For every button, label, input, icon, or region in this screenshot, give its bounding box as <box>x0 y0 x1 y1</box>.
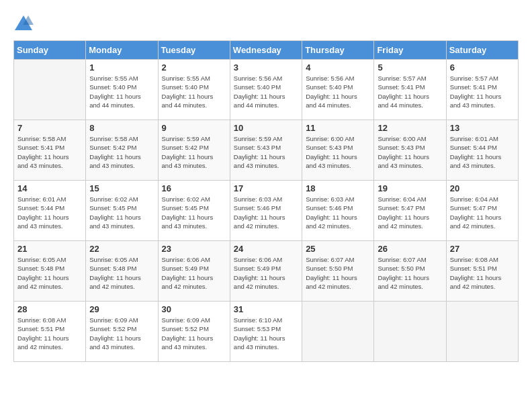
day-number: 7 <box>17 123 82 133</box>
day-number: 6 <box>450 62 515 73</box>
day-info: Sunrise: 6:04 AM Sunset: 5:47 PM Dayligh… <box>450 195 515 230</box>
day-info: Sunrise: 5:55 AM Sunset: 5:40 PM Dayligh… <box>162 74 226 109</box>
calendar-cell: 19Sunrise: 6:04 AM Sunset: 5:47 PM Dayli… <box>374 181 446 241</box>
day-number: 21 <box>17 244 82 254</box>
day-header-wednesday: Wednesday <box>230 41 302 60</box>
day-number: 20 <box>450 183 515 193</box>
week-row-1: 7Sunrise: 5:58 AM Sunset: 5:41 PM Daylig… <box>14 120 519 181</box>
calendar-cell: 7Sunrise: 5:58 AM Sunset: 5:41 PM Daylig… <box>14 120 86 181</box>
day-info: Sunrise: 6:09 AM Sunset: 5:52 PM Dayligh… <box>162 316 226 351</box>
day-number: 16 <box>162 183 226 193</box>
calendar-cell: 25Sunrise: 6:07 AM Sunset: 5:50 PM Dayli… <box>302 241 374 302</box>
calendar-cell: 20Sunrise: 6:04 AM Sunset: 5:47 PM Dayli… <box>446 181 518 241</box>
calendar-cell: 18Sunrise: 6:03 AM Sunset: 5:46 PM Dayli… <box>302 181 374 241</box>
logo-icon <box>13 13 34 34</box>
day-number: 15 <box>89 183 154 193</box>
day-info: Sunrise: 6:01 AM Sunset: 5:44 PM Dayligh… <box>450 134 515 170</box>
day-info: Sunrise: 6:08 AM Sunset: 5:51 PM Dayligh… <box>17 316 82 351</box>
day-number: 13 <box>450 123 515 133</box>
day-number: 3 <box>234 62 298 73</box>
day-number: 26 <box>378 244 442 254</box>
calendar-cell: 29Sunrise: 6:09 AM Sunset: 5:52 PM Dayli… <box>86 302 158 362</box>
day-info: Sunrise: 5:56 AM Sunset: 5:40 PM Dayligh… <box>306 74 370 109</box>
day-info: Sunrise: 6:10 AM Sunset: 5:53 PM Dayligh… <box>234 316 298 351</box>
week-row-3: 21Sunrise: 6:05 AM Sunset: 5:48 PM Dayli… <box>14 241 519 302</box>
day-header-thursday: Thursday <box>302 41 374 60</box>
logo <box>13 13 36 34</box>
calendar-cell: 16Sunrise: 6:02 AM Sunset: 5:45 PM Dayli… <box>158 181 230 241</box>
week-row-2: 14Sunrise: 6:01 AM Sunset: 5:44 PM Dayli… <box>14 181 519 241</box>
day-info: Sunrise: 5:59 AM Sunset: 5:43 PM Dayligh… <box>234 134 298 170</box>
day-info: Sunrise: 5:55 AM Sunset: 5:40 PM Dayligh… <box>89 74 154 109</box>
calendar-cell: 3Sunrise: 5:56 AM Sunset: 5:40 PM Daylig… <box>230 60 302 120</box>
day-info: Sunrise: 6:09 AM Sunset: 5:52 PM Dayligh… <box>89 316 154 351</box>
day-number: 31 <box>234 304 298 314</box>
calendar-cell: 11Sunrise: 6:00 AM Sunset: 5:43 PM Dayli… <box>302 120 374 181</box>
day-number: 30 <box>162 304 226 314</box>
calendar-cell: 21Sunrise: 6:05 AM Sunset: 5:48 PM Dayli… <box>14 241 86 302</box>
calendar-cell: 12Sunrise: 6:00 AM Sunset: 5:43 PM Dayli… <box>374 120 446 181</box>
calendar-cell <box>302 302 374 362</box>
calendar-cell: 9Sunrise: 5:59 AM Sunset: 5:42 PM Daylig… <box>158 120 230 181</box>
day-number: 9 <box>162 123 226 133</box>
day-number: 23 <box>162 244 226 254</box>
week-row-0: 1Sunrise: 5:55 AM Sunset: 5:40 PM Daylig… <box>14 60 519 120</box>
day-number: 17 <box>234 183 298 193</box>
day-number: 5 <box>378 62 442 73</box>
calendar-cell: 26Sunrise: 6:07 AM Sunset: 5:50 PM Dayli… <box>374 241 446 302</box>
day-info: Sunrise: 5:56 AM Sunset: 5:40 PM Dayligh… <box>234 74 298 109</box>
calendar-cell: 5Sunrise: 5:57 AM Sunset: 5:41 PM Daylig… <box>374 60 446 120</box>
day-info: Sunrise: 6:02 AM Sunset: 5:45 PM Dayligh… <box>89 195 154 230</box>
day-number: 18 <box>306 183 370 193</box>
day-info: Sunrise: 5:58 AM Sunset: 5:42 PM Dayligh… <box>89 134 154 170</box>
day-header-tuesday: Tuesday <box>158 41 230 60</box>
day-info: Sunrise: 6:05 AM Sunset: 5:48 PM Dayligh… <box>17 255 82 291</box>
day-number: 8 <box>89 123 154 133</box>
calendar-cell <box>446 302 518 362</box>
header-row: SundayMondayTuesdayWednesdayThursdayFrid… <box>14 41 519 60</box>
day-info: Sunrise: 5:57 AM Sunset: 5:41 PM Dayligh… <box>450 74 515 109</box>
calendar-cell: 14Sunrise: 6:01 AM Sunset: 5:44 PM Dayli… <box>14 181 86 241</box>
day-number: 10 <box>234 123 298 133</box>
calendar-cell: 31Sunrise: 6:10 AM Sunset: 5:53 PM Dayli… <box>230 302 302 362</box>
calendar-cell <box>14 60 86 120</box>
calendar-cell: 2Sunrise: 5:55 AM Sunset: 5:40 PM Daylig… <box>158 60 230 120</box>
day-info: Sunrise: 6:00 AM Sunset: 5:43 PM Dayligh… <box>306 134 370 170</box>
day-number: 24 <box>234 244 298 254</box>
day-number: 22 <box>89 244 154 254</box>
calendar-table: SundayMondayTuesdayWednesdayThursdayFrid… <box>13 40 519 362</box>
calendar-cell: 17Sunrise: 6:03 AM Sunset: 5:46 PM Dayli… <box>230 181 302 241</box>
day-number: 12 <box>378 123 442 133</box>
day-number: 27 <box>450 244 515 254</box>
calendar-cell: 1Sunrise: 5:55 AM Sunset: 5:40 PM Daylig… <box>86 60 158 120</box>
calendar-cell: 30Sunrise: 6:09 AM Sunset: 5:52 PM Dayli… <box>158 302 230 362</box>
day-header-sunday: Sunday <box>14 41 86 60</box>
day-info: Sunrise: 5:57 AM Sunset: 5:41 PM Dayligh… <box>378 74 442 109</box>
day-number: 28 <box>17 304 82 314</box>
day-info: Sunrise: 6:00 AM Sunset: 5:43 PM Dayligh… <box>378 134 442 170</box>
day-header-monday: Monday <box>86 41 158 60</box>
calendar-cell: 8Sunrise: 5:58 AM Sunset: 5:42 PM Daylig… <box>86 120 158 181</box>
day-number: 2 <box>162 62 226 73</box>
day-header-saturday: Saturday <box>446 41 518 60</box>
calendar-cell: 13Sunrise: 6:01 AM Sunset: 5:44 PM Dayli… <box>446 120 518 181</box>
day-info: Sunrise: 6:08 AM Sunset: 5:51 PM Dayligh… <box>450 255 515 291</box>
calendar-cell: 10Sunrise: 5:59 AM Sunset: 5:43 PM Dayli… <box>230 120 302 181</box>
day-info: Sunrise: 6:04 AM Sunset: 5:47 PM Dayligh… <box>378 195 442 230</box>
day-info: Sunrise: 6:03 AM Sunset: 5:46 PM Dayligh… <box>234 195 298 230</box>
day-info: Sunrise: 5:59 AM Sunset: 5:42 PM Dayligh… <box>162 134 226 170</box>
day-number: 1 <box>89 62 154 73</box>
day-number: 29 <box>89 304 154 314</box>
day-info: Sunrise: 6:01 AM Sunset: 5:44 PM Dayligh… <box>17 195 82 230</box>
day-info: Sunrise: 6:06 AM Sunset: 5:49 PM Dayligh… <box>234 255 298 291</box>
day-number: 11 <box>306 123 370 133</box>
day-info: Sunrise: 6:07 AM Sunset: 5:50 PM Dayligh… <box>378 255 442 291</box>
day-info: Sunrise: 6:06 AM Sunset: 5:49 PM Dayligh… <box>162 255 226 291</box>
calendar-cell: 15Sunrise: 6:02 AM Sunset: 5:45 PM Dayli… <box>86 181 158 241</box>
calendar-cell: 28Sunrise: 6:08 AM Sunset: 5:51 PM Dayli… <box>14 302 86 362</box>
day-info: Sunrise: 6:07 AM Sunset: 5:50 PM Dayligh… <box>306 255 370 291</box>
calendar-cell: 27Sunrise: 6:08 AM Sunset: 5:51 PM Dayli… <box>446 241 518 302</box>
week-row-4: 28Sunrise: 6:08 AM Sunset: 5:51 PM Dayli… <box>14 302 519 362</box>
day-info: Sunrise: 6:05 AM Sunset: 5:48 PM Dayligh… <box>89 255 154 291</box>
day-header-friday: Friday <box>374 41 446 60</box>
